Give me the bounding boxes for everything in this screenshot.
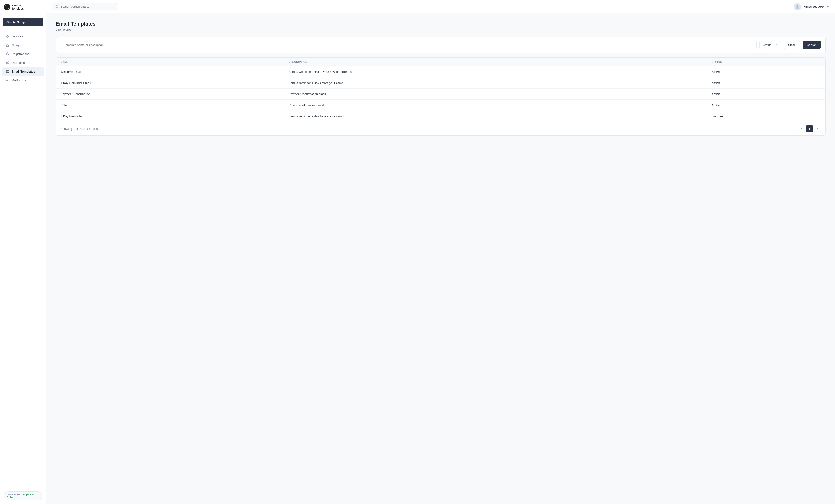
table-row[interactable]: 7 Day ReminderSend a reminder 7 day befo…	[56, 111, 826, 122]
svg-point-6	[8, 63, 8, 64]
topbar-search-input[interactable]	[61, 5, 114, 8]
pagination-info: Showing 1 to 10 of 5 results	[61, 127, 98, 130]
main-content: Millstreet GAA Email Templates 5 templat…	[46, 0, 835, 504]
page-1-button[interactable]: 1	[806, 125, 813, 132]
sidebar-item-label: Dashboard	[12, 35, 26, 38]
page-title: Email Templates	[56, 21, 826, 27]
table-header: NAME DESCRIPTION STATUS	[56, 58, 826, 66]
logo-text: camps for clubs	[12, 4, 24, 10]
cell-status: Inactive	[707, 111, 826, 122]
avatar	[794, 3, 801, 10]
table-row[interactable]: 1 Day Reminder EmailSend a reminder 1 da…	[56, 78, 826, 88]
svg-rect-7	[6, 71, 9, 72]
powered-by: powered by Camps For Cubs	[4, 491, 42, 500]
table-row[interactable]: RefundRefund confirmation email.Active	[56, 100, 826, 111]
table: NAME DESCRIPTION STATUS Welcome EmailSen…	[56, 58, 826, 122]
svg-point-9	[796, 5, 798, 7]
email-icon	[5, 70, 9, 74]
table-row[interactable]: Payment ConfirmationPayment confirmation…	[56, 88, 826, 100]
cell-name: Welcome Email	[56, 66, 284, 78]
user-name: Millstreet GAA	[803, 5, 824, 8]
template-search-input[interactable]	[61, 41, 757, 49]
pagination: Showing 1 to 10 of 5 results 1	[56, 122, 826, 135]
filter-bar: Status Active Inactive Clear Search	[56, 37, 826, 53]
email-templates-table: NAME DESCRIPTION STATUS Welcome EmailSen…	[56, 58, 826, 135]
col-description: DESCRIPTION	[284, 58, 707, 66]
chevron-down-icon	[827, 5, 830, 8]
search-bar[interactable]	[52, 3, 117, 10]
search-button[interactable]: Search	[802, 41, 821, 49]
cell-status: Active	[707, 78, 826, 88]
create-camp-button[interactable]: Create Camp	[3, 18, 43, 26]
table-body: Welcome EmailSend a welcome email to you…	[56, 66, 826, 122]
sidebar-item-label: Email Templates	[12, 70, 35, 73]
sidebar-item-email-templates[interactable]: Email Templates	[2, 67, 44, 76]
cell-name: Refund	[56, 100, 284, 111]
sidebar-item-camps[interactable]: Camps	[2, 41, 44, 49]
pagination-controls: 1	[798, 125, 821, 132]
discounts-icon	[5, 61, 9, 65]
mailing-icon	[5, 79, 9, 82]
camps-icon	[5, 43, 9, 47]
svg-rect-2	[6, 37, 7, 38]
registrations-icon	[5, 52, 9, 56]
sidebar-item-label: Camps	[12, 43, 21, 47]
status-select[interactable]: Status Active Inactive	[759, 41, 781, 49]
cell-description: Send a reminder 1 day before your camp.	[284, 78, 707, 88]
cell-description: Refund confirmation email.	[284, 100, 707, 111]
user-menu[interactable]: Millstreet GAA	[794, 3, 830, 10]
cell-status: Active	[707, 66, 826, 78]
sidebar-item-label: Mailing List	[12, 79, 27, 82]
main-nav: Dashboard Camps Registrations	[0, 30, 46, 487]
logo-icon	[4, 4, 10, 10]
cell-description: Send a welcome email to your new partici…	[284, 66, 707, 78]
svg-rect-0	[6, 35, 7, 36]
page-subtitle: 5 templates	[56, 28, 826, 31]
search-icon	[56, 5, 59, 8]
cell-status: Active	[707, 88, 826, 100]
svg-rect-3	[8, 37, 9, 38]
dashboard-icon	[5, 35, 9, 38]
col-status: STATUS	[707, 58, 826, 66]
cell-name: Payment Confirmation	[56, 88, 284, 100]
logo: camps for clubs	[0, 0, 46, 14]
cell-name: 1 Day Reminder Email	[56, 78, 284, 88]
clear-button[interactable]: Clear	[784, 41, 800, 49]
sidebar-item-mailing-list[interactable]: Mailing List	[2, 76, 44, 85]
svg-rect-1	[8, 35, 9, 36]
cell-name: 7 Day Reminder	[56, 111, 284, 122]
sidebar-item-label: Registrations	[12, 52, 29, 56]
sidebar-item-label: Discounts	[12, 61, 25, 64]
table-row[interactable]: Welcome EmailSend a welcome email to you…	[56, 66, 826, 78]
svg-point-4	[7, 52, 8, 54]
sidebar-item-registrations[interactable]: Registrations	[2, 50, 44, 58]
prev-page-button[interactable]	[798, 125, 805, 132]
sidebar-item-dashboard[interactable]: Dashboard	[2, 32, 44, 41]
sidebar-item-discounts[interactable]: Discounts	[2, 59, 44, 67]
cell-description: Send a reminder 7 day before your camp.	[284, 111, 707, 122]
sidebar-footer: powered by Camps For Cubs	[0, 487, 46, 504]
next-page-button[interactable]	[814, 125, 821, 132]
sidebar: camps for clubs Create Camp Dashboard	[0, 0, 46, 504]
cell-description: Payment confirmation email.	[284, 88, 707, 100]
status-select-wrap: Status Active Inactive	[759, 41, 781, 49]
topbar: Millstreet GAA	[46, 0, 835, 14]
cell-status: Active	[707, 100, 826, 111]
svg-point-5	[6, 62, 7, 63]
col-name: NAME	[56, 58, 284, 66]
page-content: Email Templates 5 templates Status Activ…	[46, 14, 835, 504]
